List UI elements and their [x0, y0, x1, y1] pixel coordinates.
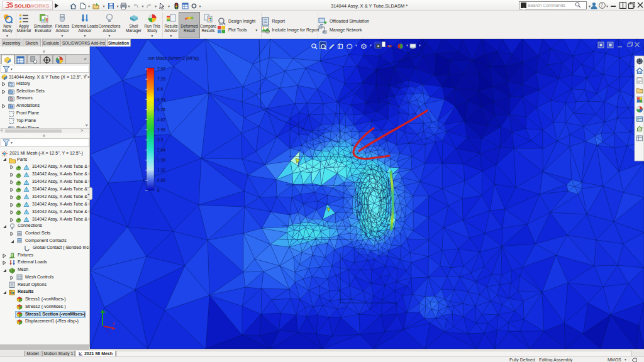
svg-text:Z: Z	[109, 332, 112, 336]
svg-text:5.94: 5.94	[157, 97, 165, 102]
svg-text:1.98: 1.98	[157, 158, 165, 162]
svg-text:0: 0	[157, 188, 160, 192]
svg-text:4.62: 4.62	[157, 118, 165, 122]
svg-text:Y: Y	[104, 310, 106, 314]
svg-text:7.26: 7.26	[157, 77, 165, 81]
svg-text:?: ?	[601, 3, 603, 8]
svg-text:7.92: 7.92	[157, 67, 165, 71]
svg-text:WORKS: WORKS	[30, 3, 49, 9]
svg-text:2.64: 2.64	[157, 148, 165, 152]
svg-text:5.28: 5.28	[157, 107, 165, 112]
svg-text:0.66: 0.66	[157, 178, 165, 182]
svg-text:6.6: 6.6	[157, 87, 164, 91]
svg-text:3.96: 3.96	[157, 128, 165, 132]
svg-text:X: X	[113, 322, 115, 326]
svg-text:1.32: 1.32	[157, 168, 165, 172]
svg-text:3.3: 3.3	[157, 138, 164, 142]
svg-text:A: A	[10, 106, 12, 109]
svg-text:SOLID: SOLID	[14, 3, 30, 9]
